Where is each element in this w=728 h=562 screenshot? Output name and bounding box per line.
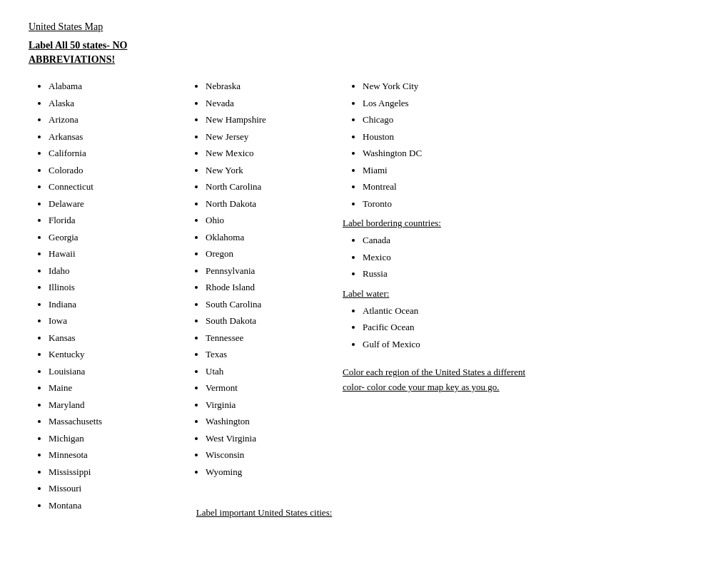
list-item: Gulf of Mexico: [363, 337, 528, 352]
list-item: Miami: [363, 163, 528, 178]
list-item: Maine: [49, 381, 186, 395]
list-item: Connecticut: [49, 180, 186, 194]
list-item: Houston: [363, 130, 528, 144]
list-item: Georgia: [49, 230, 186, 245]
states-list-2: NebraskaNevadaNew HampshireNew JerseyNew…: [186, 79, 343, 479]
list-item: Montana: [49, 499, 186, 513]
list-item: Kansas: [49, 331, 186, 345]
list-item: Illinois: [49, 280, 186, 295]
list-item: Ohio: [206, 213, 343, 228]
list-item: Louisiana: [49, 364, 186, 379]
list-item: Russia: [363, 267, 528, 281]
list-item: Los Angeles: [363, 96, 528, 111]
list-item: Mexico: [363, 250, 528, 265]
list-item: Texas: [206, 347, 343, 362]
list-item: Hawaii: [49, 247, 186, 261]
list-item: North Carolina: [206, 180, 343, 194]
list-item: Wisconsin: [206, 448, 343, 462]
list-item: Washington: [206, 414, 343, 429]
list-item: Iowa: [49, 314, 186, 328]
list-item: Maryland: [49, 398, 186, 412]
list-item: Montreal: [363, 180, 528, 194]
cities-list: New York CityLos AngelesChicagoHoustonWa…: [343, 79, 528, 210]
list-item: Pennsylvania: [206, 264, 343, 278]
list-item: Nevada: [206, 96, 343, 111]
list-item: Indiana: [49, 297, 186, 312]
list-item: Kentucky: [49, 347, 186, 362]
list-item: Massachusetts: [49, 414, 186, 429]
list-item: Delaware: [49, 197, 186, 211]
states-column-2: NebraskaNevadaNew HampshireNew JerseyNew…: [186, 79, 343, 526]
list-item: Washington DC: [363, 146, 528, 160]
list-item: Arizona: [49, 113, 186, 127]
list-item: New Hampshire: [206, 113, 343, 127]
list-item: New Jersey: [206, 130, 343, 144]
list-item: Toronto: [363, 197, 528, 211]
cities-label: Label important United States cities:: [186, 507, 343, 518]
list-item: South Carolina: [206, 297, 343, 312]
list-item: Colorado: [49, 163, 186, 178]
list-item: Michigan: [49, 431, 186, 446]
page-title: United States Map: [29, 21, 699, 33]
list-item: Nebraska: [206, 79, 343, 93]
list-item: New York: [206, 163, 343, 178]
list-item: North Dakota: [206, 197, 343, 211]
list-item: Atlantic Ocean: [363, 304, 528, 318]
states-list-1: AlabamaAlaskaArizonaArkansasCaliforniaCo…: [29, 79, 186, 512]
list-item: Mississippi: [49, 465, 186, 479]
subtitle: Label All 50 states- NO ABBREVIATIONS!: [29, 39, 699, 66]
waters-list: Atlantic OceanPacific OceanGulf of Mexic…: [343, 304, 528, 352]
list-item: Alaska: [49, 96, 186, 111]
list-item: Pacific Ocean: [363, 320, 528, 334]
list-item: Minnesota: [49, 448, 186, 462]
list-item: Florida: [49, 213, 186, 228]
bordering-label: Label bordering countries:: [343, 218, 528, 229]
list-item: Tennessee: [206, 331, 343, 345]
list-item: California: [49, 146, 186, 160]
list-item: Rhode Island: [206, 280, 343, 295]
countries-list: CanadaMexicoRussia: [343, 233, 528, 281]
list-item: Virginia: [206, 398, 343, 412]
list-item: Missouri: [49, 481, 186, 496]
list-item: Oregon: [206, 247, 343, 261]
list-item: Arkansas: [49, 130, 186, 144]
list-item: Oklahoma: [206, 230, 343, 245]
color-note: Color each region of the United States a…: [343, 365, 528, 395]
list-item: New Mexico: [206, 146, 343, 160]
list-item: Alabama: [49, 79, 186, 93]
list-item: Idaho: [49, 264, 186, 278]
list-item: Canada: [363, 233, 528, 247]
list-item: Wyoming: [206, 465, 343, 479]
column-3: New York CityLos AngelesChicagoHoustonWa…: [343, 79, 528, 395]
states-column-1: AlabamaAlaskaArizonaArkansasCaliforniaCo…: [29, 79, 186, 516]
list-item: Vermont: [206, 381, 343, 395]
list-item: Chicago: [363, 113, 528, 127]
list-item: New York City: [363, 79, 528, 93]
list-item: Utah: [206, 364, 343, 379]
list-item: South Dakota: [206, 314, 343, 328]
list-item: West Virginia: [206, 431, 343, 446]
water-label: Label water:: [343, 288, 528, 300]
